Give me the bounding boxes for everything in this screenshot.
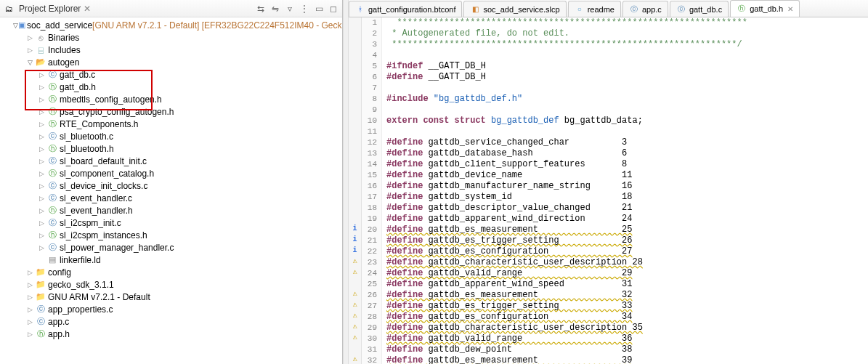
- minimize-icon[interactable]: ▭: [313, 4, 325, 14]
- tree-item[interactable]: ⌸Includes: [0, 44, 342, 56]
- tree-item[interactable]: 📂autogen: [0, 56, 342, 68]
- tree-item[interactable]: ⓒsl_event_handler.c: [0, 192, 342, 204]
- expand-arrow-icon[interactable]: [36, 193, 46, 203]
- panel-splitter[interactable]: [343, 0, 349, 364]
- tree-item[interactable]: ⓒsl_bluetooth.c: [0, 130, 342, 142]
- expand-arrow-icon[interactable]: [36, 94, 46, 105]
- editor-tab[interactable]: ᚼgatt_configuration.btconf: [349, 1, 462, 17]
- tree-item[interactable]: ⓗpsa_crypto_config_autogen.h: [0, 105, 342, 118]
- editor-area[interactable]: iii⚠⚠⚠⚠⚠⚠⚠⚠ 1234567891011121314151617181…: [349, 17, 868, 364]
- code-line[interactable]: [386, 126, 868, 137]
- expand-arrow-icon[interactable]: [36, 181, 46, 191]
- tree-item[interactable]: ⓒsl_board_default_init.c: [0, 155, 342, 167]
- code-line[interactable]: #define gattdb_service_changed_char 3: [386, 137, 868, 148]
- editor-tab[interactable]: ⓒgatt_db.c: [670, 1, 729, 17]
- tree-item[interactable]: ⓒapp_properties.c: [0, 303, 342, 315]
- tree-item[interactable]: 📁gecko_sdk_3.1.1: [0, 278, 342, 291]
- code-line[interactable]: #define gattdb_valid_range 29: [386, 268, 868, 279]
- code-line[interactable]: #define gattdb_es_measurement 25: [386, 225, 868, 235]
- code-line[interactable]: #define gattdb_characteristic_user_descr…: [386, 323, 868, 333]
- expand-arrow-icon[interactable]: [25, 57, 35, 68]
- expand-arrow-icon[interactable]: [25, 45, 35, 55]
- tree-item[interactable]: ⓒsl_power_manager_handler.c: [0, 241, 342, 254]
- code-line[interactable]: #define gattdb_characteristic_user_descr…: [386, 257, 868, 268]
- close-view-icon[interactable]: ✕: [84, 4, 91, 14]
- expand-arrow-icon[interactable]: [36, 156, 46, 166]
- code-line[interactable]: extern const struct bg_gattdb_def bg_gat…: [386, 116, 868, 126]
- editor-tab[interactable]: ⓒapp.c: [622, 1, 668, 17]
- expand-arrow-icon[interactable]: [36, 169, 46, 179]
- tree-item[interactable]: ⓗapp.h: [0, 328, 342, 340]
- code-line[interactable]: #include "bg_gattdb_def.h": [386, 94, 868, 105]
- code-line[interactable]: #define gattdb_es_configuration 34: [386, 312, 868, 323]
- code-line[interactable]: #define gattdb_system_id 18: [386, 192, 868, 203]
- expand-arrow-icon[interactable]: [25, 267, 35, 278]
- expand-arrow-icon[interactable]: [36, 218, 46, 228]
- expand-arrow-icon[interactable]: [36, 70, 46, 80]
- code-line[interactable]: #define gattdb_manufacturer_name_string …: [386, 181, 868, 192]
- expand-arrow-icon[interactable]: [36, 107, 46, 117]
- view-menu-icon[interactable]: ⋮: [299, 4, 310, 14]
- code-line[interactable]: ****************************************…: [386, 17, 868, 28]
- tree-item[interactable]: 📁config: [0, 266, 342, 278]
- close-icon[interactable]: ✕: [787, 5, 793, 13]
- editor-code[interactable]: ****************************************…: [382, 17, 868, 364]
- code-line[interactable]: #define __GATT_DB_H: [386, 72, 868, 83]
- code-line[interactable]: #define gattdb_client_support_features 8: [386, 159, 868, 170]
- filter-icon[interactable]: ▿: [284, 4, 296, 14]
- code-line[interactable]: #define gattdb_apparent_wind_direction 2…: [386, 214, 868, 225]
- tree-item[interactable]: ▣soc_add_service [GNU ARM v7.2.1 - Defau…: [0, 19, 342, 31]
- code-line[interactable]: #define gattdb_descriptor_value_changed …: [386, 203, 868, 214]
- expand-arrow-icon[interactable]: [36, 119, 46, 129]
- tree-item[interactable]: ⓗsl_bluetooth.h: [0, 142, 342, 155]
- code-line[interactable]: #define gattdb_dew_point 38: [386, 344, 868, 355]
- expand-arrow-icon[interactable]: [36, 243, 46, 253]
- tree-item[interactable]: ⓒgatt_db.c: [0, 68, 342, 81]
- tree-item[interactable]: ⓗsl_i2cspm_instances.h: [0, 229, 342, 241]
- tree-item[interactable]: ⓒsl_device_init_clocks.c: [0, 179, 342, 192]
- maximize-icon[interactable]: ◻: [328, 4, 339, 14]
- tree-item[interactable]: ⓗRTE_Components.h: [0, 118, 342, 130]
- code-line[interactable]: [386, 50, 868, 61]
- code-line[interactable]: #define gattdb_es_measurement 39: [386, 355, 868, 364]
- code-line[interactable]: ****************************************…: [386, 39, 868, 50]
- tree-item[interactable]: ⓗgatt_db.h: [0, 81, 342, 93]
- expand-arrow-icon[interactable]: [36, 132, 46, 142]
- code-line[interactable]: #define gattdb_database_hash 6: [386, 148, 868, 159]
- expand-arrow-icon[interactable]: [36, 82, 46, 92]
- expand-arrow-icon[interactable]: [25, 304, 35, 315]
- tree-item[interactable]: ⓒapp.c: [0, 315, 342, 328]
- expand-arrow-icon[interactable]: [25, 280, 35, 290]
- code-line[interactable]: #define gattdb_es_trigger_setting 26: [386, 235, 868, 246]
- expand-arrow-icon[interactable]: [25, 33, 35, 43]
- expand-arrow-icon[interactable]: [25, 292, 35, 302]
- tree-item[interactable]: ⓗmbedtls_config_autogen.h: [0, 93, 342, 105]
- expand-arrow-icon[interactable]: [36, 206, 46, 216]
- code-line[interactable]: #define gattdb_device_name 11: [386, 170, 868, 181]
- editor-tab[interactable]: ○readme: [568, 1, 621, 17]
- expand-arrow-icon[interactable]: [36, 144, 46, 154]
- expand-arrow-icon[interactable]: [36, 230, 46, 240]
- tree-item[interactable]: ⓒsl_i2cspm_init.c: [0, 217, 342, 229]
- expand-arrow-icon[interactable]: [25, 317, 35, 327]
- code-line[interactable]: #define gattdb_valid_range 36: [386, 333, 868, 344]
- code-line[interactable]: #define gattdb_es_configuration 27: [386, 246, 868, 257]
- code-line[interactable]: [386, 83, 868, 94]
- code-line[interactable]: #define gattdb_es_trigger_setting 33: [386, 301, 868, 312]
- code-line[interactable]: #define gattdb_apparent_wind_speed 31: [386, 279, 868, 290]
- expand-arrow-icon[interactable]: [13, 20, 18, 31]
- tree-item[interactable]: ⎋Binaries: [0, 31, 342, 44]
- project-tree[interactable]: ▣soc_add_service [GNU ARM v7.2.1 - Defau…: [0, 17, 342, 364]
- editor-tab[interactable]: ⓗgatt_db.h✕: [730, 0, 800, 17]
- editor-tab[interactable]: ◧soc_add_service.slcp: [463, 1, 566, 17]
- collapse-all-icon[interactable]: ⇆: [255, 4, 267, 14]
- expand-arrow-icon[interactable]: [25, 329, 35, 339]
- code-line[interactable]: #define gattdb_es_measurement 32: [386, 290, 868, 301]
- tree-item[interactable]: ▤linkerfile.ld: [0, 254, 342, 266]
- link-editor-icon[interactable]: ⇋: [269, 4, 281, 14]
- tree-item[interactable]: ⓗsl_event_handler.h: [0, 204, 342, 217]
- code-line[interactable]: #ifndef __GATT_DB_H: [386, 61, 868, 72]
- code-line[interactable]: * Autogenerated file, do not edit.: [386, 28, 868, 39]
- tree-item[interactable]: 📁GNU ARM v7.2.1 - Default: [0, 291, 342, 303]
- code-line[interactable]: [386, 105, 868, 116]
